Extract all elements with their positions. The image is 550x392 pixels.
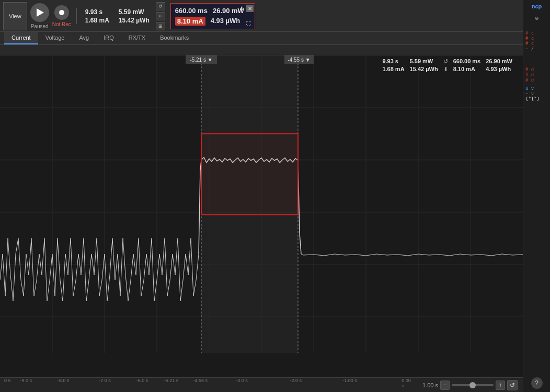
cs-download1: ⬇ xyxy=(443,66,448,73)
waveform-chart[interactable]: -5.21 s ▼ -4.55 s ▼ xyxy=(0,55,523,353)
zoom-minus-button[interactable]: − xyxy=(440,381,450,390)
time-stat: 9.93 s xyxy=(85,8,109,16)
tl-3: -7.0 s xyxy=(99,378,111,383)
tab-bookmarks[interactable]: Bookmarks xyxy=(153,32,196,44)
separator xyxy=(76,8,77,24)
code-line-2: # c xyxy=(525,36,548,41)
code-line-3: # c xyxy=(525,41,548,46)
cs-energy: 15.42 µWh xyxy=(410,66,438,73)
timeline-labels: 0 s -9.0 s -8.0 s -7.0 s -6.0 s -5.21 s … xyxy=(5,378,420,392)
cs-range-power: 26.90 mW xyxy=(486,58,512,65)
measure-values: 660.00 ms 26.90 mW 8.10 mA 4.93 µWh xyxy=(175,7,244,26)
stop-icon xyxy=(59,10,64,15)
code-panel: # c # c # c − / # d # d # d u v − v {"{"… xyxy=(524,29,549,373)
cs-refresh: ↺ xyxy=(443,58,448,65)
cs-range-time: 660.00 ms xyxy=(453,58,481,65)
zoom-value: 1.00 s xyxy=(422,382,438,388)
chart-tabs: Current Voltage Avg IRQ RX/TX Bookmarks xyxy=(0,32,523,45)
code-line-10: {"{"} xyxy=(525,96,548,101)
stat-group-2: 5.59 mW 15.42 µWh xyxy=(116,7,153,25)
download-measure-button[interactable]: ⬇ xyxy=(238,5,245,12)
view-button[interactable]: View xyxy=(3,2,27,30)
tl-5: -5.21 s xyxy=(164,378,179,383)
zoom-reset-button[interactable]: ↺ xyxy=(507,380,518,390)
svg-text:-4.55 s ▼: -4.55 s ▼ xyxy=(288,57,310,63)
playback-controls: Paused xyxy=(30,3,49,29)
collapse-icon[interactable]: ⊖ xyxy=(535,16,539,21)
wave-button[interactable]: ≈ xyxy=(156,12,165,20)
time-value: 9.93 s xyxy=(85,8,102,16)
tab-rxtx[interactable]: RX/TX xyxy=(121,32,153,44)
play-icon xyxy=(37,8,44,17)
code-line-1: # c xyxy=(525,30,548,36)
app-logo: ncp xyxy=(532,3,542,9)
zoom-plus-button[interactable]: + xyxy=(496,381,505,390)
chart-stats-overlay: 9.93 s 5.59 mW ↺ 660.00 ms 26.90 mW 1.68… xyxy=(382,58,512,73)
current-stat: 1.68 mA xyxy=(85,17,109,24)
energy-value: 15.42 µWh xyxy=(119,17,150,24)
close-measure-button[interactable]: ✕ xyxy=(246,5,254,12)
code-line-7: # d xyxy=(525,77,548,83)
svg-text:-5.21 s ▼: -5.21 s ▼ xyxy=(190,57,212,63)
code-line-6: # d xyxy=(525,72,548,77)
tl-9: -1.00 s xyxy=(342,378,357,383)
cs-range-current: 8.10 mA xyxy=(453,66,481,73)
icon-buttons: ↺ ≈ ⊞ xyxy=(156,2,165,30)
tl-0: 0 s xyxy=(4,378,10,383)
code-line-5: # d xyxy=(525,67,548,72)
stat-group-1: 9.93 s 1.68 mA xyxy=(82,7,112,25)
energy-stat: 15.42 µWh xyxy=(119,17,150,24)
cs-range-energy: 4.93 µWh xyxy=(486,66,512,73)
measure-row1: 660.00 ms 26.90 mW xyxy=(175,7,244,15)
help-button[interactable]: ? xyxy=(531,377,543,389)
time-ruler xyxy=(0,45,523,55)
tl-2: -8.0 s xyxy=(58,378,70,383)
toolbar-top-row: View Paused Not Rec 9.93 s xyxy=(0,0,523,31)
cs-current: 1.68 mA xyxy=(382,66,404,73)
power-value: 5.59 mW xyxy=(119,8,144,16)
current-value: 1.68 mA xyxy=(85,17,109,24)
tab-current[interactable]: Current xyxy=(4,32,38,44)
code-line-9: − v xyxy=(525,91,548,96)
svg-rect-18 xyxy=(201,134,298,215)
timeline-bar: 0 s -9.0 s -8.0 s -7.0 s -6.0 s -5.21 s … xyxy=(0,377,523,392)
not-rec-status: Not Rec xyxy=(52,21,71,27)
measure-row2: 8.10 mA 4.93 µWh xyxy=(175,17,244,26)
refresh-button[interactable]: ↺ xyxy=(156,2,165,10)
tl-10: 0.00 s xyxy=(402,378,414,388)
code-line-8: u v xyxy=(525,86,548,91)
tl-4: -6.0 s xyxy=(136,378,148,383)
stop-controls: Not Rec xyxy=(52,5,71,27)
chart-area: -5.21 s ▼ -4.55 s ▼ 9.93 s 5.59 mW ↺ 660… xyxy=(0,45,523,377)
measure-current: 8.10 mA xyxy=(175,17,205,26)
tl-8: -2.0 s xyxy=(290,378,302,383)
measurement-overlay: ✕ ⬇ 660.00 ms 26.90 mW 8.10 mA 4.93 µWh … xyxy=(170,3,255,29)
zoom-control: 1.00 s − + ↺ xyxy=(422,380,518,390)
cs-time: 9.93 s xyxy=(382,58,404,65)
zoom-slider[interactable] xyxy=(452,384,494,386)
cs-power: 5.59 mW xyxy=(410,58,438,65)
toolbar: View Paused Not Rec 9.93 s xyxy=(0,0,523,32)
measure-energy: 4.93 µWh xyxy=(211,17,240,26)
tl-7: -3.0 s xyxy=(236,378,248,383)
code-line-4: − / xyxy=(525,46,548,51)
paused-status: Paused xyxy=(31,24,49,29)
stop-button[interactable] xyxy=(54,5,69,20)
measure-time: 660.00 ms xyxy=(175,7,208,15)
tl-1: -9.0 s xyxy=(20,378,32,383)
power-stat: 5.59 mW xyxy=(119,8,150,16)
sidebar-right: ncp ⊖ # c # c # c − / # d # d # d u v − … xyxy=(523,0,550,392)
tab-irq[interactable]: IRQ xyxy=(96,32,121,44)
zoom-slider-thumb xyxy=(469,382,476,388)
play-button[interactable] xyxy=(30,3,49,22)
fit-button[interactable]: ⛶ xyxy=(244,19,254,28)
tl-6: -4.55 s xyxy=(193,378,208,383)
grid-button[interactable]: ⊞ xyxy=(156,22,165,30)
tab-voltage[interactable]: Voltage xyxy=(38,32,72,44)
tab-avg[interactable]: Avg xyxy=(72,32,96,44)
